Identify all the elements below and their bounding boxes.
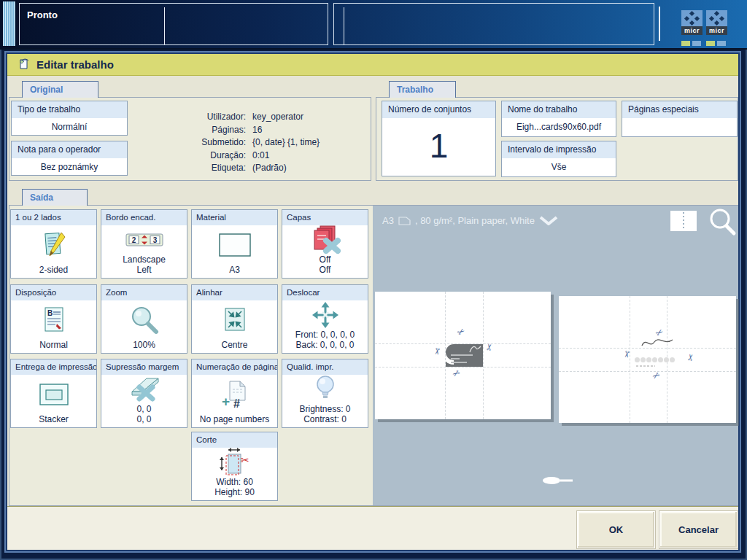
job-name-card[interactable]: Nome do trabalho Eigh...cards90x60.pdf	[501, 101, 616, 137]
option-card-value: 0, 00, 0	[101, 404, 187, 427]
card-back-fine-print	[636, 365, 655, 367]
option-card-value: Front: 0, 0, 0, 0Back: 0, 0, 0, 0	[282, 330, 368, 353]
two-sided-icon	[11, 225, 96, 265]
print-preview-area: A3 , 80 g/m², Plain paper, White	[373, 206, 738, 505]
option-card-output-tray[interactable]: Entrega de impressãoStacker	[10, 359, 97, 428]
option-card-value: 100%	[101, 340, 187, 353]
info-row: Etiqueta:(Padrão)	[176, 162, 367, 175]
option-card-zoom[interactable]: Zoom100%	[101, 284, 187, 354]
material-icon	[192, 225, 277, 265]
activity-stripes-icon	[3, 1, 15, 46]
option-card-margin-suppress[interactable]: Supressão margem0, 00, 0	[101, 359, 187, 428]
tab-saida[interactable]: Saída	[22, 189, 88, 206]
cancel-button[interactable]: Cancelar	[659, 511, 738, 548]
top-status-bar: Pronto micr micr	[0, 0, 747, 50]
number-of-sets-card[interactable]: Número de conjuntos 1	[382, 101, 496, 176]
job-type-title: Tipo de trabalho	[12, 101, 127, 118]
print-range-value: Vše	[502, 158, 616, 172]
media-name: A3	[382, 215, 394, 226]
cut-mark-scissors-icon: ✂	[432, 347, 442, 356]
status-text: Pronto	[27, 9, 58, 20]
option-card-title: Deslocar	[282, 285, 368, 300]
cut-mark-scissors-icon: ✂	[484, 343, 495, 351]
option-card-page-numbers[interactable]: Numeração de páginas+#No page numbers	[191, 359, 278, 428]
option-card-title: Zoom	[101, 285, 187, 300]
option-card-title: Alinhar	[192, 285, 277, 300]
option-card-value: Centre	[192, 340, 277, 353]
job-name-value: Eigh...cards90x60.pdf	[502, 118, 616, 132]
option-card-title: Bordo encad.	[101, 210, 187, 225]
print-range-title: Intervalo de impressão	[502, 141, 616, 158]
option-card-value: Normal	[11, 340, 96, 353]
separator-line	[659, 7, 660, 41]
option-card-shift[interactable]: DeslocarFront: 0, 0, 0, 0Back: 0, 0, 0, …	[282, 284, 368, 354]
number-of-sets-title: Número de conjuntos	[382, 101, 495, 118]
paper-icon	[398, 216, 411, 225]
ok-button[interactable]: OK	[577, 511, 655, 548]
print-range-card[interactable]: Intervalo de impressão Vše	[501, 141, 616, 177]
option-card-value: A3	[192, 265, 277, 278]
option-card-binding-edge[interactable]: Bordo encad.23LandscapeLeft	[101, 209, 187, 279]
chevron-down-icon	[539, 216, 558, 225]
business-card-front-thumbnail	[446, 344, 483, 367]
toner-dots-icon	[681, 10, 703, 26]
info-row: Submetido:{0, date} {1, time}	[176, 136, 367, 149]
option-card-title: Numeração de páginas	[192, 359, 277, 375]
print-quality-icon	[282, 375, 368, 404]
option-card-value: OffOff	[282, 254, 368, 278]
special-pages-card[interactable]: Páginas especiais	[622, 101, 738, 137]
svg-text:2: 2	[131, 236, 136, 244]
number-of-sets-value: 1	[382, 118, 495, 174]
zoom-icon	[101, 300, 187, 340]
option-card-print-quality[interactable]: Qualid. impr.Brightness: 0Contrast: 0	[282, 359, 368, 428]
status-panel: Pronto	[19, 3, 328, 45]
option-card-value: No page numbers	[192, 414, 277, 427]
job-type-card[interactable]: Tipo de trabalho Normální	[11, 101, 128, 136]
micr-label: micr	[681, 26, 703, 35]
special-pages-title: Páginas especiais	[622, 101, 737, 118]
option-card-title: Qualid. impr.	[282, 359, 368, 375]
info-row: Utilizador:key_operator	[176, 111, 367, 124]
option-card-title: Material	[192, 210, 277, 225]
job-info-block: Utilizador:key_operator Páginas:16 Subme…	[176, 111, 367, 175]
option-card-value: 2-sided	[11, 265, 96, 278]
status-bars	[681, 41, 703, 46]
option-card-material[interactable]: MaterialA3	[191, 209, 278, 279]
output-tray-icon	[11, 375, 96, 414]
printer-status-icon: micr	[681, 10, 703, 46]
message-panel	[333, 3, 654, 45]
option-card-covers[interactable]: CapasOffOff	[282, 209, 368, 279]
tab-original[interactable]: Original	[22, 81, 98, 98]
option-card-trim[interactable]: Corte✂Width: 60Height: 90	[191, 432, 278, 501]
svg-text:✂: ✂	[241, 454, 249, 466]
original-panel: Tipo de trabalho Normální Nota para o op…	[9, 97, 371, 181]
media-details: , 80 g/m², Plain paper, White	[415, 215, 535, 226]
option-card-title: Entrega de impressão	[11, 359, 96, 375]
tab-trabalho[interactable]: Trabalho	[389, 81, 456, 98]
svg-text:B: B	[47, 309, 53, 317]
edit-job-icon	[18, 58, 31, 74]
preview-zoom-button[interactable]	[707, 207, 738, 238]
cut-mark-scissors-icon: ✂	[450, 368, 461, 379]
trim-icon: ✂	[192, 448, 277, 477]
card-back-dots	[635, 357, 675, 362]
card-logo-scrawl	[468, 345, 481, 354]
panel-divider	[164, 7, 165, 44]
job-name-title: Nome do trabalho	[502, 101, 616, 118]
option-card-value: Width: 60Height: 90	[192, 477, 277, 500]
option-card-two-sided[interactable]: 1 ou 2 lados2-sided	[10, 209, 97, 279]
option-card-value: Stacker	[11, 414, 96, 427]
operator-note-card[interactable]: Nota para o operador Bez poznámky	[11, 141, 128, 176]
spread-view-button[interactable]	[670, 211, 697, 231]
toner-dots-icon	[706, 10, 727, 26]
option-card-layout[interactable]: DisposiçãoBNormal	[10, 284, 97, 354]
layout-icon: B	[11, 300, 96, 340]
option-card-align[interactable]: AlinharCentre	[191, 284, 278, 354]
media-selector[interactable]: A3 , 80 g/m², Plain paper, White	[382, 215, 558, 226]
covers-icon	[282, 225, 368, 254]
printer-status-icon: micr	[706, 10, 727, 46]
option-card-title: Capas	[282, 210, 368, 225]
dialog-title: Editar trabalho	[36, 54, 114, 75]
option-card-title: Corte	[192, 432, 277, 448]
preview-pan-handle[interactable]	[542, 475, 578, 486]
